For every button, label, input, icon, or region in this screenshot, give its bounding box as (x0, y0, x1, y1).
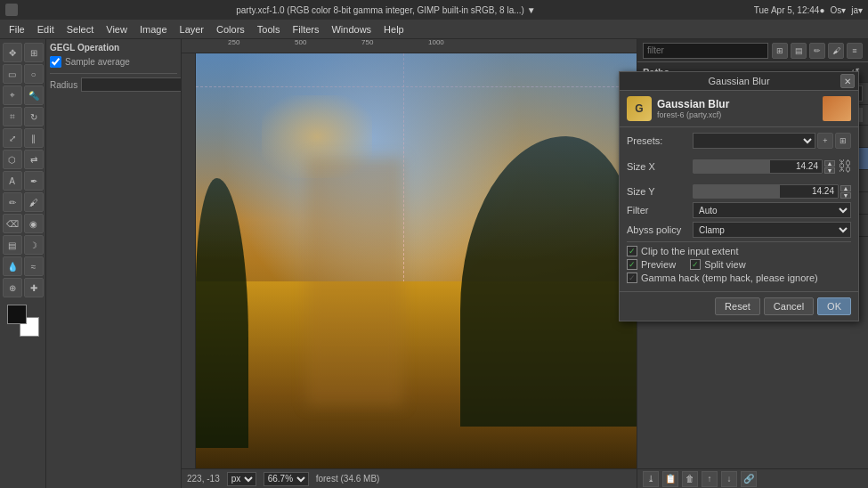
dialog-preview-thumb (823, 96, 851, 121)
tool-paint[interactable]: 🖌 (24, 192, 44, 212)
tool-flip[interactable]: ⇄ (24, 150, 44, 169)
tool-select-rect[interactable]: ▭ (3, 64, 22, 84)
split-view-checkbox-label: Split view (704, 259, 745, 270)
tool-select-ellipse[interactable]: ○ (24, 64, 44, 84)
gamma-hack-checkbox[interactable]: ✓ (627, 272, 637, 283)
size-y-slider[interactable]: 14.24 (693, 184, 839, 199)
panel-icon-2[interactable]: ▤ (791, 43, 807, 59)
tool-text[interactable]: A (3, 171, 22, 191)
presets-select[interactable] (693, 133, 815, 149)
gegl-operation-label: GEGL Operation (50, 43, 119, 53)
fg-bg-colors[interactable] (7, 305, 39, 337)
canvas-coords: 223, -13 (187, 474, 220, 484)
clip-checkbox[interactable]: ✓ (627, 246, 637, 256)
toolbox: ✥ ⊞ ▭ ○ ⌖ 🔦 ⌗ ↻ ⤢ ∥ ⬡ ⇄ A ✒ ✏ 🖌 ⌫ ◉ ▤ ☽ … (0, 39, 46, 488)
canvas-area[interactable]: 250 500 750 1000 (182, 39, 637, 488)
new-layer-button[interactable]: ⤓ (643, 471, 659, 487)
filter-input[interactable] (643, 43, 768, 59)
panel-icon-4[interactable]: 🖌 (828, 43, 844, 59)
size-x-spin-down[interactable]: ▼ (824, 167, 835, 174)
menu-filters[interactable]: Filters (288, 22, 325, 37)
tool-rotate[interactable]: ↻ (24, 107, 44, 126)
panel-icon-3[interactable]: ✏ (809, 43, 825, 59)
tool-shear[interactable]: ∥ (24, 128, 44, 148)
tool-scale[interactable]: ⤢ (3, 128, 22, 148)
layer-link-button[interactable]: 🔗 (741, 471, 757, 487)
size-x-slider[interactable]: 14.24 (693, 159, 823, 174)
tool-move[interactable]: ✥ (3, 43, 22, 62)
tool-dodge[interactable]: ☽ (24, 235, 44, 255)
menu-bar: File Edit Select View Image Layer Colors… (0, 20, 868, 39)
tool-options-header: GEGL Operation (50, 43, 177, 53)
split-view-checkbox[interactable]: ✓ (690, 259, 701, 270)
tool-align[interactable]: ⊞ (24, 43, 44, 62)
canvas-image[interactable] (196, 53, 637, 468)
menu-view[interactable]: View (101, 22, 133, 37)
menu-colors[interactable]: Colors (211, 22, 250, 37)
ruler-top-inner: 250 500 750 1000 (210, 39, 637, 53)
radius-input[interactable]: 1 (81, 77, 182, 92)
os-label[interactable]: Os▾ (830, 5, 846, 15)
tool-heal[interactable]: ✚ (24, 278, 44, 297)
manage-preset-button[interactable]: ⊞ (835, 133, 851, 149)
menu-select[interactable]: Select (61, 22, 100, 37)
tool-eraser[interactable]: ⌫ (3, 214, 22, 233)
size-y-spin-up[interactable]: ▲ (840, 185, 851, 191)
panel-icon-1[interactable]: ⊞ (772, 43, 788, 59)
menu-file[interactable]: File (4, 22, 30, 37)
dialog-header-text: Gaussian Blur forest-6 (party.xcf) (657, 98, 817, 119)
menu-edit[interactable]: Edit (32, 22, 60, 37)
tool-grid: ✥ ⊞ ▭ ○ ⌖ 🔦 ⌗ ↻ ⤢ ∥ ⬡ ⇄ A ✒ ✏ 🖌 ⌫ ◉ ▤ ☽ … (3, 43, 44, 297)
menu-layer[interactable]: Layer (174, 22, 210, 37)
sample-average-checkbox[interactable] (50, 56, 61, 68)
tool-gradient[interactable]: ▤ (3, 235, 22, 255)
status-bar: 223, -13 px 66.7% forest (34.6 MB) (182, 468, 637, 488)
gamma-hack-label: Gamma hack (temp hack, please ignore) (641, 272, 818, 283)
ok-button[interactable]: OK (817, 297, 851, 315)
presets-row: Presets: + ⊞ (627, 133, 851, 149)
size-x-spin-up[interactable]: ▲ (824, 160, 835, 167)
duplicate-layer-button[interactable]: 📋 (662, 471, 678, 487)
tool-path[interactable]: ✒ (24, 171, 44, 191)
filter-type-label: Filter (627, 205, 689, 216)
add-preset-button[interactable]: + (817, 133, 833, 149)
reset-button[interactable]: Reset (715, 297, 760, 315)
delete-layer-button[interactable]: 🗑 (682, 471, 698, 487)
panel-icon-5[interactable]: ≡ (847, 43, 863, 59)
tool-pencil[interactable]: ✏ (3, 192, 22, 212)
split-view-checkbox-row: ✓ Split view (690, 259, 745, 270)
lang-label[interactable]: ja▾ (851, 5, 863, 15)
dialog-logo: G (627, 96, 652, 121)
window-controls[interactable] (5, 4, 18, 16)
tool-perspective[interactable]: ⬡ (3, 150, 22, 169)
menu-help[interactable]: Help (378, 22, 410, 37)
size-y-spin-down[interactable]: ▼ (840, 192, 851, 199)
foreground-color[interactable] (7, 305, 27, 324)
tool-crop[interactable]: ⌗ (3, 107, 22, 126)
filter-select[interactable]: Auto (693, 202, 851, 218)
app-icon (5, 4, 18, 16)
preview-checkbox[interactable]: ✓ (627, 259, 637, 270)
tool-fill[interactable]: ◉ (24, 214, 44, 233)
dialog-close-button[interactable]: ✕ (840, 74, 855, 88)
tool-smudge[interactable]: ≈ (24, 256, 44, 276)
zoom-select[interactable]: 66.7% (264, 472, 309, 486)
abyss-policy-select[interactable]: Clamp (693, 222, 851, 238)
clip-checkbox-label: Clip to the input extent (641, 246, 738, 256)
tool-clone[interactable]: ⊕ (3, 278, 22, 297)
menu-windows[interactable]: Windows (326, 22, 377, 37)
cancel-button[interactable]: Cancel (764, 297, 814, 315)
menu-tools[interactable]: Tools (252, 22, 286, 37)
link-xy-icon[interactable]: ⛓ (839, 152, 851, 181)
tool-blur[interactable]: 💧 (3, 256, 22, 276)
menu-image[interactable]: Image (134, 22, 173, 37)
unit-select[interactable]: px (227, 472, 256, 486)
abyss-policy-label: Abyss policy (627, 224, 689, 235)
tool-select-fuzzy[interactable]: 🔦 (24, 85, 44, 105)
tool-select-free[interactable]: ⌖ (3, 85, 22, 105)
window-title: party.xcf-1.0 (RGB color 8-bit gamma int… (25, 5, 747, 15)
layer-up-button[interactable]: ↑ (702, 471, 718, 487)
panel-icon-row: ⊞ ▤ ✏ 🖌 ≡ (772, 43, 863, 59)
preview-split-row: ✓ Preview ✓ Split view (627, 259, 851, 272)
layer-down-button[interactable]: ↓ (721, 471, 737, 487)
